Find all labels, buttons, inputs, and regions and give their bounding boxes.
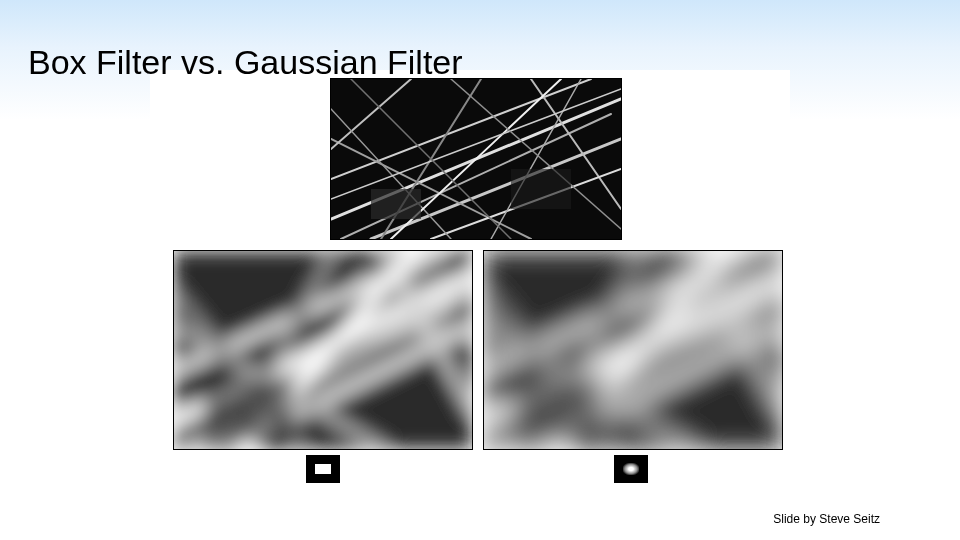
gaussian-filtered-image xyxy=(483,250,783,450)
svg-rect-40 xyxy=(514,381,604,441)
box-filtered-image xyxy=(173,250,473,450)
gaussian-shape-icon xyxy=(623,463,639,475)
svg-rect-29 xyxy=(354,271,454,341)
svg-rect-28 xyxy=(204,381,294,441)
original-image xyxy=(330,78,622,240)
svg-rect-41 xyxy=(664,271,764,341)
box-shape-icon xyxy=(315,464,331,474)
svg-rect-17 xyxy=(511,169,571,209)
svg-rect-16 xyxy=(371,189,421,219)
box-kernel-icon xyxy=(306,455,340,483)
slide-attribution: Slide by Steve Seitz xyxy=(773,512,880,526)
slide-title: Box Filter vs. Gaussian Filter xyxy=(28,43,463,82)
gaussian-kernel-icon xyxy=(614,455,648,483)
